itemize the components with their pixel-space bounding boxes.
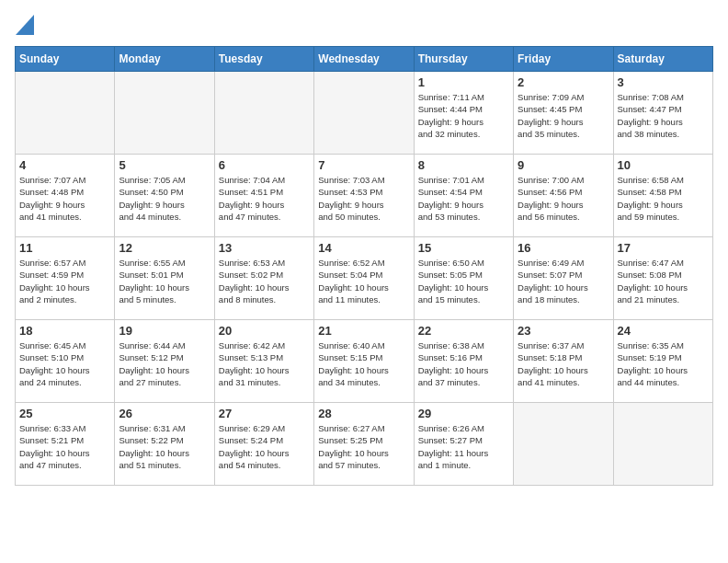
day-info: Sunrise: 6:31 AM Sunset: 5:22 PM Dayligh… — [119, 422, 210, 471]
day-info: Sunrise: 6:57 AM Sunset: 4:59 PM Dayligh… — [19, 257, 110, 305]
day-info: Sunrise: 7:09 AM Sunset: 4:45 PM Dayligh… — [518, 91, 609, 140]
day-number: 14 — [318, 241, 409, 255]
day-number: 3 — [618, 75, 709, 89]
day-number: 19 — [119, 324, 210, 338]
calendar-header-friday: Friday — [514, 47, 613, 72]
day-number: 15 — [418, 241, 509, 255]
calendar-cell: 2Sunrise: 7:09 AM Sunset: 4:45 PM Daylig… — [514, 72, 613, 155]
day-info: Sunrise: 7:11 AM Sunset: 4:44 PM Dayligh… — [418, 91, 509, 140]
calendar-cell: 11Sunrise: 6:57 AM Sunset: 4:59 PM Dayli… — [16, 237, 115, 320]
day-info: Sunrise: 7:04 AM Sunset: 4:51 PM Dayligh… — [219, 174, 310, 223]
day-info: Sunrise: 6:47 AM Sunset: 5:08 PM Dayligh… — [618, 257, 709, 305]
calendar-cell — [214, 72, 313, 155]
day-number: 23 — [518, 324, 609, 338]
day-number: 1 — [418, 75, 509, 89]
day-info: Sunrise: 6:55 AM Sunset: 5:01 PM Dayligh… — [119, 257, 210, 305]
day-number: 27 — [219, 407, 310, 420]
calendar-cell: 8Sunrise: 7:01 AM Sunset: 4:54 PM Daylig… — [414, 155, 513, 237]
calendar-week-1: 4Sunrise: 7:07 AM Sunset: 4:48 PM Daylig… — [16, 155, 713, 237]
day-number: 17 — [618, 241, 709, 255]
day-info: Sunrise: 6:52 AM Sunset: 5:04 PM Dayligh… — [318, 257, 409, 305]
calendar-cell: 22Sunrise: 6:38 AM Sunset: 5:16 PM Dayli… — [414, 320, 513, 403]
calendar-header-saturday: Saturday — [613, 47, 712, 72]
calendar-cell: 10Sunrise: 6:58 AM Sunset: 4:58 PM Dayli… — [613, 155, 712, 237]
day-number: 18 — [19, 324, 110, 338]
day-number: 22 — [418, 324, 509, 338]
day-info: Sunrise: 7:01 AM Sunset: 4:54 PM Dayligh… — [418, 174, 509, 223]
day-info: Sunrise: 7:07 AM Sunset: 4:48 PM Dayligh… — [19, 174, 110, 223]
day-number: 6 — [219, 158, 310, 172]
calendar-cell: 29Sunrise: 6:26 AM Sunset: 5:27 PM Dayli… — [414, 403, 513, 486]
day-info: Sunrise: 6:42 AM Sunset: 5:13 PM Dayligh… — [219, 339, 310, 388]
calendar-cell: 4Sunrise: 7:07 AM Sunset: 4:48 PM Daylig… — [16, 155, 115, 237]
day-number: 25 — [19, 407, 110, 420]
calendar-cell: 13Sunrise: 6:53 AM Sunset: 5:02 PM Dayli… — [214, 237, 313, 320]
day-number: 10 — [618, 158, 709, 172]
calendar-cell — [16, 72, 115, 155]
calendar-cell: 1Sunrise: 7:11 AM Sunset: 4:44 PM Daylig… — [414, 72, 513, 155]
day-info: Sunrise: 7:08 AM Sunset: 4:47 PM Dayligh… — [618, 91, 709, 140]
day-info: Sunrise: 6:38 AM Sunset: 5:16 PM Dayligh… — [418, 339, 509, 388]
day-info: Sunrise: 6:35 AM Sunset: 5:19 PM Dayligh… — [618, 339, 709, 388]
calendar-cell: 26Sunrise: 6:31 AM Sunset: 5:22 PM Dayli… — [115, 403, 214, 486]
day-number: 26 — [119, 407, 210, 420]
calendar-header-sunday: Sunday — [16, 47, 115, 72]
calendar-cell: 21Sunrise: 6:40 AM Sunset: 5:15 PM Dayli… — [314, 320, 414, 403]
day-number: 29 — [418, 407, 509, 420]
calendar-week-0: 1Sunrise: 7:11 AM Sunset: 4:44 PM Daylig… — [16, 72, 713, 155]
calendar-header-wednesday: Wednesday — [314, 47, 414, 72]
calendar-cell: 20Sunrise: 6:42 AM Sunset: 5:13 PM Dayli… — [214, 320, 313, 403]
day-number: 12 — [119, 241, 210, 255]
calendar-cell: 18Sunrise: 6:45 AM Sunset: 5:10 PM Dayli… — [16, 320, 115, 403]
day-number: 9 — [518, 158, 609, 172]
calendar-cell: 5Sunrise: 7:05 AM Sunset: 4:50 PM Daylig… — [115, 155, 214, 237]
calendar-cell: 19Sunrise: 6:44 AM Sunset: 5:12 PM Dayli… — [115, 320, 214, 403]
calendar-cell: 16Sunrise: 6:49 AM Sunset: 5:07 PM Dayli… — [514, 237, 613, 320]
day-number: 24 — [618, 324, 709, 338]
header — [15, 15, 713, 35]
day-number: 11 — [19, 241, 110, 255]
day-info: Sunrise: 6:33 AM Sunset: 5:21 PM Dayligh… — [19, 422, 110, 471]
calendar-header-row: SundayMondayTuesdayWednesdayThursdayFrid… — [16, 47, 713, 72]
calendar-cell — [514, 403, 613, 486]
calendar-cell — [613, 403, 712, 486]
calendar-cell — [314, 72, 414, 155]
day-info: Sunrise: 6:58 AM Sunset: 4:58 PM Dayligh… — [618, 174, 709, 223]
calendar-cell: 28Sunrise: 6:27 AM Sunset: 5:25 PM Dayli… — [314, 403, 414, 486]
calendar-cell: 17Sunrise: 6:47 AM Sunset: 5:08 PM Dayli… — [613, 237, 712, 320]
calendar-cell: 6Sunrise: 7:04 AM Sunset: 4:51 PM Daylig… — [214, 155, 313, 237]
day-info: Sunrise: 6:50 AM Sunset: 5:05 PM Dayligh… — [418, 257, 509, 305]
calendar-cell: 23Sunrise: 6:37 AM Sunset: 5:18 PM Dayli… — [514, 320, 613, 403]
calendar-cell: 14Sunrise: 6:52 AM Sunset: 5:04 PM Dayli… — [314, 237, 414, 320]
calendar-week-2: 11Sunrise: 6:57 AM Sunset: 4:59 PM Dayli… — [16, 237, 713, 320]
day-info: Sunrise: 7:03 AM Sunset: 4:53 PM Dayligh… — [318, 174, 409, 223]
day-number: 21 — [318, 324, 409, 338]
calendar-cell: 3Sunrise: 7:08 AM Sunset: 4:47 PM Daylig… — [613, 72, 712, 155]
day-number: 16 — [518, 241, 609, 255]
calendar-body: 1Sunrise: 7:11 AM Sunset: 4:44 PM Daylig… — [16, 72, 713, 486]
day-info: Sunrise: 6:27 AM Sunset: 5:25 PM Dayligh… — [318, 422, 409, 471]
calendar-week-3: 18Sunrise: 6:45 AM Sunset: 5:10 PM Dayli… — [16, 320, 713, 403]
calendar-cell: 25Sunrise: 6:33 AM Sunset: 5:21 PM Dayli… — [16, 403, 115, 486]
svg-marker-0 — [16, 15, 34, 35]
calendar-cell — [115, 72, 214, 155]
day-info: Sunrise: 6:44 AM Sunset: 5:12 PM Dayligh… — [119, 339, 210, 388]
day-info: Sunrise: 7:05 AM Sunset: 4:50 PM Dayligh… — [119, 174, 210, 223]
day-info: Sunrise: 7:00 AM Sunset: 4:56 PM Dayligh… — [518, 174, 609, 223]
day-number: 2 — [518, 75, 609, 89]
day-info: Sunrise: 6:26 AM Sunset: 5:27 PM Dayligh… — [418, 422, 509, 471]
day-info: Sunrise: 6:45 AM Sunset: 5:10 PM Dayligh… — [19, 339, 110, 388]
day-number: 4 — [19, 158, 110, 172]
calendar-cell: 24Sunrise: 6:35 AM Sunset: 5:19 PM Dayli… — [613, 320, 712, 403]
calendar-table: SundayMondayTuesdayWednesdayThursdayFrid… — [15, 46, 713, 486]
calendar-cell: 27Sunrise: 6:29 AM Sunset: 5:24 PM Dayli… — [214, 403, 313, 486]
day-info: Sunrise: 6:40 AM Sunset: 5:15 PM Dayligh… — [318, 339, 409, 388]
day-number: 8 — [418, 158, 509, 172]
calendar-header-tuesday: Tuesday — [214, 47, 313, 72]
day-info: Sunrise: 6:49 AM Sunset: 5:07 PM Dayligh… — [518, 257, 609, 305]
day-info: Sunrise: 6:37 AM Sunset: 5:18 PM Dayligh… — [518, 339, 609, 388]
logo-icon — [16, 15, 34, 35]
day-number: 5 — [119, 158, 210, 172]
calendar-cell: 9Sunrise: 7:00 AM Sunset: 4:56 PM Daylig… — [514, 155, 613, 237]
day-number: 13 — [219, 241, 310, 255]
